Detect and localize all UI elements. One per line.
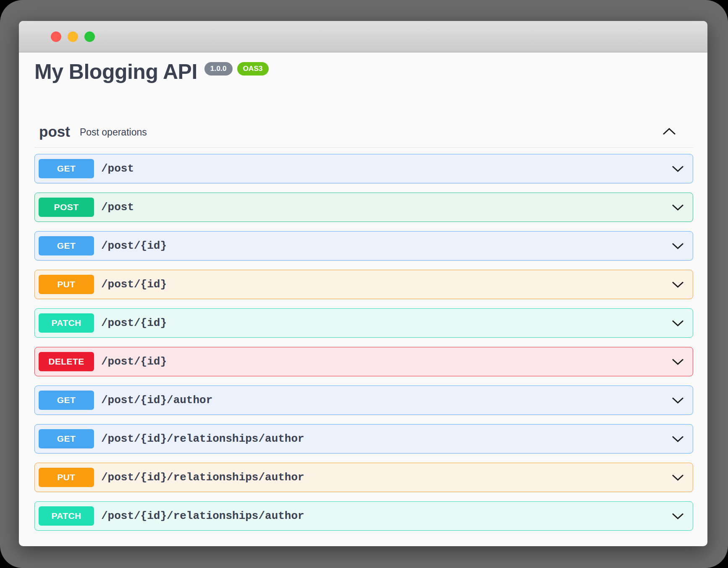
minimize-button[interactable] (68, 31, 78, 42)
operation-row[interactable]: GET /post/{id}/author (34, 386, 693, 415)
method-badge: GET (39, 391, 94, 410)
window-titlebar (19, 21, 707, 52)
window-backdrop: My Blogging API 1.0.0 OAS3 post Post ope… (0, 0, 728, 568)
method-badge: GET (39, 159, 94, 178)
window-controls (51, 21, 95, 52)
chevron-down-icon[interactable] (672, 320, 684, 327)
chevron-down-icon[interactable] (672, 358, 684, 365)
app-window: My Blogging API 1.0.0 OAS3 post Post ope… (19, 21, 707, 546)
page-content: My Blogging API 1.0.0 OAS3 post Post ope… (19, 52, 707, 531)
chevron-down-icon[interactable] (672, 435, 684, 443)
method-badge: PUT (39, 468, 94, 487)
chevron-up-icon[interactable] (662, 128, 676, 135)
tag-name: post (39, 124, 70, 139)
oas-badge: OAS3 (237, 62, 269, 76)
tag-description: Post operations (80, 125, 147, 138)
chevron-down-icon[interactable] (672, 474, 684, 481)
zoom-button[interactable] (84, 31, 95, 42)
tag-section-header[interactable]: post Post operations (34, 124, 693, 139)
operation-path: /post/{id}/relationships/author (101, 433, 304, 445)
operation-path: /post/{id}/relationships/author (101, 510, 304, 522)
operation-row[interactable]: PATCH /post/{id}/relationships/author (34, 501, 693, 531)
operation-path: /post/{id} (101, 278, 167, 291)
operation-path: /post/{id} (101, 240, 167, 252)
section-divider (34, 147, 693, 148)
operations-list: GET /post POST /post GET /post/{id} (34, 154, 693, 531)
operation-row[interactable]: POST /post (34, 193, 693, 222)
api-badges: 1.0.0 OAS3 (204, 62, 269, 76)
method-badge: PATCH (39, 506, 94, 526)
method-badge: PUT (39, 275, 94, 294)
operation-row[interactable]: GET /post/{id}/relationships/author (34, 424, 693, 453)
operation-path: /post/{id} (101, 355, 167, 368)
operation-path: /post/{id}/relationships/author (101, 471, 304, 484)
close-button[interactable] (51, 31, 61, 42)
operation-path: /post/{id}/author (101, 394, 212, 406)
chevron-down-icon[interactable] (672, 281, 684, 288)
method-badge: DELETE (39, 352, 94, 371)
operation-row[interactable]: PUT /post/{id}/relationships/author (34, 463, 693, 492)
chevron-down-icon[interactable] (672, 513, 684, 520)
operation-path: /post/{id} (101, 317, 167, 329)
chevron-down-icon[interactable] (672, 204, 684, 211)
method-badge: GET (39, 429, 94, 448)
operation-row[interactable]: PUT /post/{id} (34, 270, 693, 299)
method-badge: PATCH (39, 313, 94, 333)
operation-row[interactable]: GET /post (34, 154, 693, 183)
chevron-down-icon[interactable] (672, 165, 684, 172)
method-badge: POST (39, 198, 94, 217)
method-badge: GET (39, 236, 94, 255)
page-title: My Blogging API (34, 60, 197, 84)
chevron-down-icon[interactable] (672, 242, 684, 250)
operation-row[interactable]: GET /post/{id} (34, 231, 693, 261)
operation-path: /post (101, 201, 134, 214)
operation-row[interactable]: PATCH /post/{id} (34, 308, 693, 338)
api-header: My Blogging API 1.0.0 OAS3 (34, 60, 693, 84)
operation-path: /post (101, 162, 134, 175)
operation-row[interactable]: DELETE /post/{id} (34, 347, 693, 376)
version-badge: 1.0.0 (204, 62, 233, 76)
chevron-down-icon[interactable] (672, 397, 684, 404)
